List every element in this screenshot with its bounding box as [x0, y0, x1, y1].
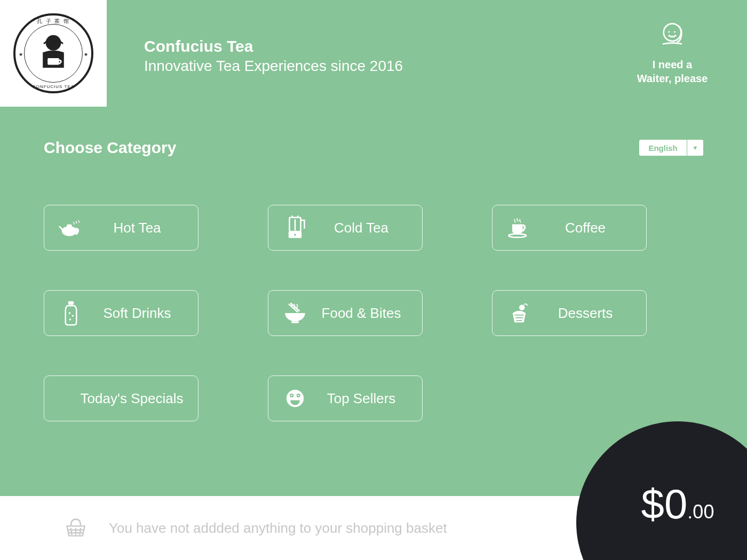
svg-rect-16: [291, 321, 299, 323]
category-coffee[interactable]: Coffee: [492, 205, 647, 251]
category-label: Cold Tea: [316, 220, 417, 236]
svg-point-21: [291, 395, 292, 396]
category-todays-specials[interactable]: Today's Specials: [44, 375, 198, 421]
svg-rect-1: [47, 58, 59, 65]
category-food-bites[interactable]: Food & Bites: [268, 290, 423, 336]
language-select[interactable]: English ▼: [639, 140, 703, 156]
svg-rect-12: [68, 301, 74, 305]
svg-line-25: [80, 528, 81, 535]
svg-point-17: [519, 305, 525, 310]
svg-point-22: [298, 395, 299, 396]
noodle-bowl-icon: [274, 291, 316, 335]
star-icon: ★: [84, 52, 88, 57]
choose-category-title: Choose Category: [44, 139, 176, 157]
category-cold-tea[interactable]: Cold Tea: [268, 205, 423, 251]
category-label: Today's Specials: [76, 390, 193, 407]
coffee-cup-icon: [498, 205, 541, 250]
category-desserts[interactable]: Desserts: [492, 290, 647, 336]
svg-point-3: [62, 226, 77, 236]
category-soft-drinks[interactable]: Soft Drinks: [44, 290, 198, 336]
category-label: Soft Drinks: [92, 305, 193, 322]
svg-point-10: [294, 234, 296, 236]
basket-empty-message: You have not addded anything to your sho…: [109, 520, 447, 537]
brand-subtitle: Innovative Tea Experiences since 2016: [144, 58, 619, 75]
svg-point-14: [72, 315, 74, 316]
category-grid: Hot Tea Cold Tea: [44, 205, 703, 421]
category-label: Hot Tea: [92, 220, 193, 236]
category-top-sellers[interactable]: Top Sellers: [268, 375, 423, 421]
svg-line-23: [71, 528, 72, 535]
logo-text-bottom: CONFUCIUS TEA: [33, 84, 74, 89]
svg-point-0: [46, 35, 61, 51]
header: 孔 子 茶 馆 ★ ★ CONFUCIUS TEA Confucius Tea …: [0, 0, 747, 107]
waiter-icon: [619, 19, 726, 53]
category-hot-tea[interactable]: Hot Tea: [44, 205, 198, 251]
svg-point-13: [69, 312, 70, 314]
chevron-down-icon: ▼: [687, 140, 703, 156]
language-selected: English: [639, 140, 687, 156]
call-waiter-button[interactable]: I need a Waiter, please: [619, 19, 726, 85]
teapot-icon: [50, 205, 92, 250]
logo: 孔 子 茶 馆 ★ ★ CONFUCIUS TEA: [0, 0, 107, 107]
bottle-icon: [50, 291, 92, 335]
smiley-icon: [274, 376, 316, 421]
category-label: Food & Bites: [316, 305, 417, 322]
category-label: Top Sellers: [316, 390, 417, 407]
blender-icon: [274, 205, 316, 250]
svg-point-15: [69, 318, 71, 320]
category-label: Desserts: [541, 305, 641, 322]
star-icon: ★: [19, 52, 23, 57]
brand-title: Confucius Tea: [144, 37, 619, 55]
basket-icon: [64, 518, 88, 538]
cart-total-main: $0: [641, 480, 688, 529]
category-label: Coffee: [541, 220, 641, 236]
confucius-figure-icon: [29, 29, 77, 77]
main: Choose Category English ▼ Hot Tea: [0, 107, 747, 421]
cart-total-cents: .00: [687, 501, 714, 523]
dessert-icon: [498, 291, 541, 335]
svg-point-11: [508, 234, 526, 238]
svg-rect-4: [67, 225, 71, 227]
cart-total-button[interactable]: $0 .00: [576, 421, 747, 560]
